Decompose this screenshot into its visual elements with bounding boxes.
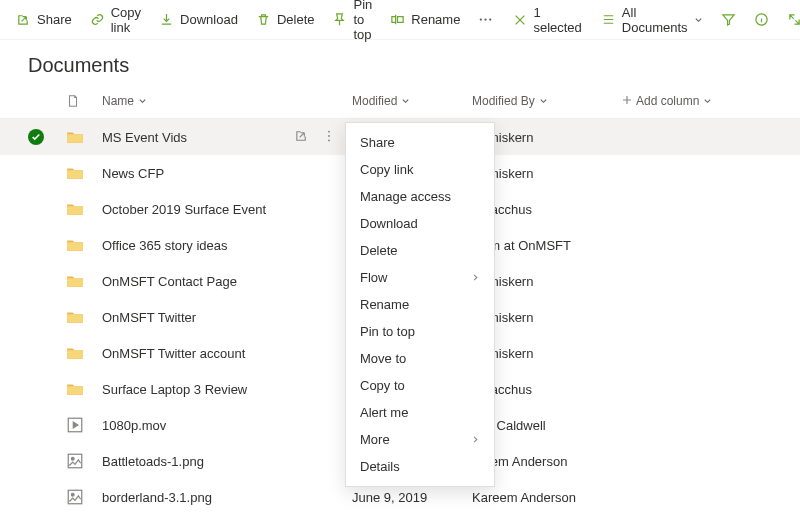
rename-icon <box>390 12 405 27</box>
context-menu-label: Manage access <box>360 189 451 204</box>
expand-icon <box>787 12 800 27</box>
context-menu-label: Download <box>360 216 418 231</box>
file-type-icon <box>66 416 102 434</box>
item-name[interactable]: Battletoads-1.png <box>102 454 204 469</box>
copy-link-label: Copy link <box>111 5 141 35</box>
svg-point-6 <box>328 139 330 141</box>
view-label: All Documents <box>622 5 688 35</box>
plus-icon <box>622 94 632 108</box>
svg-point-0 <box>480 18 482 20</box>
copy-link-button[interactable]: Copy link <box>82 4 149 36</box>
name-column-label: Name <box>102 94 134 108</box>
file-type-icon <box>66 380 102 398</box>
context-menu-label: Move to <box>360 351 406 366</box>
modified-cell: June 9, 2019 <box>352 490 472 505</box>
context-menu-item[interactable]: Copy link <box>346 156 494 183</box>
item-name[interactable]: OnMSFT Twitter account <box>102 346 245 361</box>
name-column-header[interactable]: Name <box>102 94 352 108</box>
column-header-row: Name Modified Modified By Add column <box>0 83 800 119</box>
command-bar: Share Copy link Download Delete Pin to t… <box>0 0 800 40</box>
page-title: Documents <box>0 40 800 83</box>
context-menu-item[interactable]: Share <box>346 129 494 156</box>
context-menu-item[interactable]: Copy to <box>346 372 494 399</box>
expand-button[interactable] <box>779 4 800 36</box>
close-icon <box>513 12 527 27</box>
list-icon <box>601 12 616 27</box>
pin-button[interactable]: Pin to top <box>324 4 380 36</box>
context-menu-label: Share <box>360 135 395 150</box>
context-menu-label: Pin to top <box>360 324 415 339</box>
rename-button[interactable]: Rename <box>382 4 468 36</box>
download-icon <box>159 12 174 27</box>
file-type-icon <box>66 164 102 182</box>
item-name[interactable]: OnMSFT Twitter <box>102 310 196 325</box>
chevron-down-icon <box>703 94 712 108</box>
modified-by-column-label: Modified By <box>472 94 535 108</box>
file-type-icon <box>66 236 102 254</box>
add-column-button[interactable]: Add column <box>622 94 712 108</box>
file-type-column-icon[interactable] <box>66 94 102 108</box>
share-button[interactable]: Share <box>8 4 80 36</box>
info-button[interactable] <box>746 4 777 36</box>
context-menu-label: Copy link <box>360 162 413 177</box>
context-menu-item[interactable]: Flow <box>346 264 494 291</box>
context-menu-item[interactable]: Download <box>346 210 494 237</box>
selected-check-icon[interactable] <box>28 129 44 145</box>
file-type-icon <box>66 488 102 506</box>
file-type-icon <box>66 344 102 362</box>
file-type-icon <box>66 308 102 326</box>
item-name[interactable]: MS Event Vids <box>102 130 187 145</box>
context-menu-item[interactable]: Delete <box>346 237 494 264</box>
clear-selection-button[interactable]: 1 selected <box>505 4 590 36</box>
chevron-down-icon <box>138 94 147 108</box>
chevron-right-icon <box>471 270 480 285</box>
svg-point-11 <box>71 493 74 496</box>
context-menu-item[interactable]: Alert me <box>346 399 494 426</box>
pin-icon <box>332 12 347 27</box>
filter-icon <box>721 12 736 27</box>
selected-count-label: 1 selected <box>533 5 582 35</box>
file-type-icon <box>66 200 102 218</box>
filter-button[interactable] <box>713 4 744 36</box>
context-menu-label: Alert me <box>360 405 408 420</box>
context-menu-item[interactable]: Move to <box>346 345 494 372</box>
svg-point-4 <box>328 130 330 132</box>
context-menu-item[interactable]: More <box>346 426 494 453</box>
file-type-icon <box>66 272 102 290</box>
chevron-down-icon <box>401 94 410 108</box>
info-icon <box>754 12 769 27</box>
item-name[interactable]: Surface Laptop 3 Review <box>102 382 247 397</box>
item-name[interactable]: October 2019 Surface Event <box>102 202 266 217</box>
share-item-icon[interactable] <box>294 128 314 146</box>
add-column-label: Add column <box>636 94 699 108</box>
chevron-down-icon <box>694 12 703 27</box>
delete-button[interactable]: Delete <box>248 4 323 36</box>
item-name[interactable]: News CFP <box>102 166 164 181</box>
svg-point-1 <box>485 18 487 20</box>
delete-label: Delete <box>277 12 315 27</box>
file-type-icon <box>66 128 102 146</box>
context-menu-label: Flow <box>360 270 387 285</box>
context-menu-item[interactable]: Details <box>346 453 494 480</box>
overflow-button[interactable] <box>470 4 501 36</box>
modified-by-column-header[interactable]: Modified By <box>472 94 622 108</box>
item-name[interactable]: 1080p.mov <box>102 418 166 433</box>
view-selector[interactable]: All Documents <box>593 4 711 36</box>
item-name[interactable]: OnMSFT Contact Page <box>102 274 237 289</box>
modified-column-header[interactable]: Modified <box>352 94 472 108</box>
download-button[interactable]: Download <box>151 4 246 36</box>
svg-point-2 <box>489 18 491 20</box>
context-menu-item[interactable]: Manage access <box>346 183 494 210</box>
context-menu-item[interactable]: Pin to top <box>346 318 494 345</box>
item-name[interactable]: Office 365 story ideas <box>102 238 228 253</box>
context-menu-label: Rename <box>360 297 409 312</box>
context-menu-item[interactable]: Rename <box>346 291 494 318</box>
item-name[interactable]: borderland-3.1.png <box>102 490 212 505</box>
chevron-down-icon <box>539 94 548 108</box>
more-icon <box>478 12 493 27</box>
svg-point-5 <box>328 135 330 137</box>
file-type-icon <box>66 452 102 470</box>
row-actions-button[interactable] <box>322 129 342 146</box>
svg-point-9 <box>71 457 74 460</box>
share-icon <box>16 12 31 27</box>
